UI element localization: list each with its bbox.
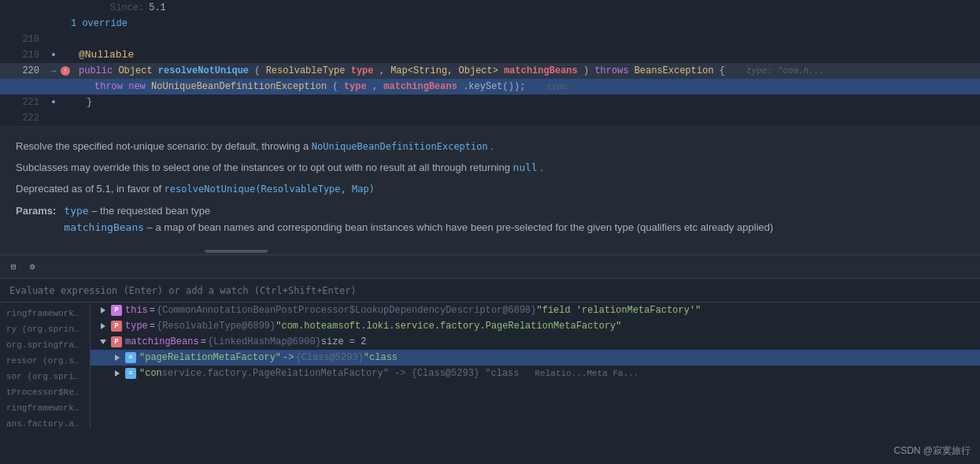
type-resolvable: ResolvableType [266, 65, 351, 76]
evaluate-input[interactable] [9, 285, 971, 296]
kw-new: new [128, 81, 151, 92]
code-220b-content: throw new NoUniqueBeanDefinitionExceptio… [71, 79, 573, 95]
code-220-content: public Object resolveNotUnique ( Resolva… [71, 63, 824, 79]
gutter-221-bookmark: ● [47, 95, 60, 110]
triangle-right-con-icon [115, 370, 120, 377]
line-num-219: 219 [8, 47, 47, 63]
code-line-221: 221 ● } [0, 95, 980, 110]
sidebar-item-7[interactable]: ringframework.bea [0, 400, 90, 416]
params-label-text: Params: [16, 205, 56, 217]
code-line-222: 222 [0, 110, 980, 126]
code-221-content: } [71, 95, 92, 110]
var-icon-page: ≡ [125, 352, 136, 363]
debug-row-this[interactable]: P this = {CommonAnnotationBeanPostProces… [91, 303, 980, 318]
bracket-close: ) [583, 65, 594, 76]
var-this-eq: = [150, 303, 155, 318]
javadoc-para2-end: . [541, 161, 544, 173]
gutter-220-arrow: → [47, 63, 60, 79]
param1-name: type [64, 205, 88, 217]
code-line-220-body: throw new NoUniqueBeanDefinitionExceptio… [0, 79, 980, 95]
var-icon-matching: P [111, 336, 122, 347]
var-this-extra: "field 'relationMetaFactory'" [537, 303, 701, 318]
javadoc-params: Params: type – the requested bean type m… [16, 203, 964, 236]
var-type-eq: = [150, 318, 155, 334]
type-object: Object [118, 65, 157, 76]
javadoc-para2: Subclasses may override this to select o… [16, 160, 964, 176]
watermark: CSDN @寂寞旅行 [893, 444, 971, 458]
sidebar-item-2[interactable]: ry (org.springfram [0, 321, 90, 337]
arg-matching: matchingBeans [383, 81, 457, 92]
settings-button[interactable]: ⚙ [25, 260, 39, 274]
debug-row-matching[interactable]: P matchingBeans = {LinkedHashMap@6900} s… [91, 334, 980, 350]
var-this-name: this [125, 303, 148, 318]
call-open: ( [332, 81, 338, 92]
debug-arrow-icon: → [51, 63, 57, 79]
javadoc-null: null [513, 161, 538, 173]
var-page-name: "pageRelationMetaFactory" [139, 350, 281, 366]
javadoc-deprecated-link[interactable]: resolveNotUnique(ResolvableType, Map) [165, 184, 375, 195]
var-type-value: {ResolvableType@6899} [157, 318, 276, 334]
var-con-trail: Relatio...Meta Fa... [535, 366, 639, 381]
line-num-220: 220 [8, 63, 47, 79]
javadoc-deprecated-text: Deprecated as of 5.1, in favor of [16, 183, 165, 195]
javadoc-para1-end: . [490, 140, 494, 152]
param2-name: matchingBeans [64, 221, 144, 233]
override-text: 1 override [63, 18, 128, 29]
expand-matching-icon[interactable] [97, 336, 109, 348]
sidebar-item-1[interactable]: ringframework.bea [0, 306, 90, 321]
evaluate-bar[interactable] [0, 279, 980, 303]
var-page-value: {Class@5293} [295, 350, 363, 366]
line-num-218: 218 [8, 32, 47, 47]
expand-con-icon[interactable] [111, 367, 124, 380]
var-icon-con: ≡ [125, 368, 136, 379]
sidebar-item-6[interactable]: tProcessor$Resour [0, 384, 90, 400]
var-page-extra: "class [364, 350, 398, 366]
sidebar-item-8[interactable]: ans.factory.annota [0, 416, 90, 429]
param1-desc: – the requested bean type [91, 205, 210, 217]
debug-row-type[interactable]: P type = {ResolvableType@6899} "com.hote… [91, 318, 980, 334]
triangle-right-icon [101, 307, 105, 314]
var-con-factory: service.factory.PageRelationMetaFactory"… [162, 366, 520, 381]
hscrollbar-thumb[interactable] [205, 250, 268, 253]
var-icon-type: P [111, 321, 122, 332]
exception-class: NoUniqueBeanDefinitionException [151, 81, 327, 92]
expand-page-icon[interactable] [111, 351, 124, 364]
editor-hscrollbar[interactable] [0, 248, 980, 254]
keyset-call: .keySet()); [463, 81, 525, 92]
debug-row-page-relation[interactable]: ≡ "pageRelationMetaFactory" -> {Class@52… [91, 350, 980, 366]
params-label: Params: [16, 203, 64, 236]
gutter-220-error: ! [60, 66, 71, 76]
since-value: 5.1 [149, 2, 166, 13]
var-this-value: {CommonAnnotationBeanPostProcessor$Looku… [157, 303, 536, 318]
bracket-open: ( [254, 65, 260, 76]
var-con-name: "con [139, 366, 162, 381]
type-beans-exception: BeansException [634, 65, 719, 76]
param-matching: matchingBeans [504, 65, 578, 76]
sidebar-item-5[interactable]: sor (org.springfram [0, 369, 90, 384]
debug-content: ringframework.bea ry (org.springfram org… [0, 303, 980, 429]
var-icon-this: P [111, 305, 122, 316]
param-row-label: Params: type – the requested bean type m… [16, 203, 773, 236]
javadoc-deprecated: Deprecated as of 5.1, in favor of resolv… [16, 181, 964, 198]
javadoc-panel: Resolve the specified not-unique scenari… [0, 126, 980, 248]
kw-public: public [79, 65, 118, 76]
close-brace: } [79, 97, 92, 108]
error-circle-icon: ! [61, 66, 70, 76]
javadoc-link-exception[interactable]: NoUniqueBeanDefinitionException [312, 141, 488, 152]
hint-type: type: "com.h... [746, 66, 824, 76]
debug-row-con[interactable]: ≡ "con service.factory.PageRelationMetaF… [91, 366, 980, 381]
sidebar-item-4[interactable]: ressor (org.sprin [0, 353, 90, 369]
indent [79, 81, 94, 92]
gutter-219-bookmark: ● [47, 47, 60, 63]
code-line-219: 219 ● @Nullable [0, 47, 980, 63]
expand-type-icon[interactable] [97, 320, 109, 332]
brace-open: { [719, 65, 725, 76]
expand-this-icon[interactable] [97, 304, 109, 317]
sidebar-item-3[interactable]: org.springframework. [0, 337, 90, 353]
triangle-down-icon [100, 340, 106, 344]
filter-button[interactable]: ⊟ [6, 260, 20, 274]
method-name: resolveNotUnique [158, 65, 249, 76]
debug-toolbar: ⊟ ⚙ [0, 255, 980, 279]
bookmark-icon: ● [51, 47, 55, 63]
triangle-right-type-icon [101, 323, 105, 329]
